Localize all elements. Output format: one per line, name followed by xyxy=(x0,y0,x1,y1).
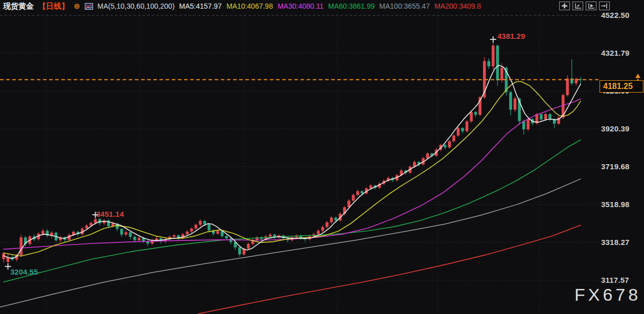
axis-price-label: 3117.57 xyxy=(601,276,629,284)
axis-price-label: 4522.50 xyxy=(601,11,630,19)
last-price-value: 4181.25 xyxy=(603,82,633,91)
last-price-tag: 4181.25 xyxy=(600,80,643,93)
axis-price-label: 4321.79 xyxy=(601,49,630,57)
chart-window: 现货黄金 【日线】 ⊕ MA(5,10,30,60,100,200) MA5:4… xyxy=(0,0,644,314)
shift-right-icon[interactable] xyxy=(599,2,610,10)
instrument-title: 现货黄金 xyxy=(3,2,34,11)
ma60-value-label: MA60:3861.99 xyxy=(328,2,375,10)
ma5-value-label: MA5:4157.97 xyxy=(179,2,222,10)
chart-header: 现货黄金 【日线】 ⊕ MA(5,10,30,60,100,200) MA5:4… xyxy=(3,1,481,11)
indicator-settings-icon[interactable] xyxy=(85,3,93,10)
watermark: FX678 xyxy=(574,285,641,305)
scale-x-axis-icon[interactable] xyxy=(586,2,596,10)
ma30-value-label: MA30:4080.11 xyxy=(278,2,324,10)
crosshair-target-icon[interactable]: ⊕ xyxy=(74,2,80,11)
ma200-value-label: MA200:3409.8 xyxy=(434,2,481,10)
axis-price-label: 3518.98 xyxy=(601,200,630,209)
chart-toolbar xyxy=(559,2,610,10)
pan-icon[interactable] xyxy=(559,2,570,10)
ma10-value-label: MA10:4067.98 xyxy=(226,2,273,10)
price-axis[interactable]: 4522.504321.794121.093920.393719.683518.… xyxy=(601,0,644,314)
timeframe-label[interactable]: 【日线】 xyxy=(38,2,69,11)
candlestick-chart[interactable] xyxy=(0,0,644,314)
axis-price-label: 3318.27 xyxy=(601,238,630,246)
ma100-value-label: MA100:3655.47 xyxy=(379,2,430,10)
scale-y-axis-icon[interactable] xyxy=(572,2,583,10)
axis-price-label: 3719.68 xyxy=(601,162,630,171)
axis-price-label: 3920.39 xyxy=(601,124,630,133)
ma-params-label[interactable]: MA(5,10,30,60,100,200) xyxy=(98,2,175,10)
